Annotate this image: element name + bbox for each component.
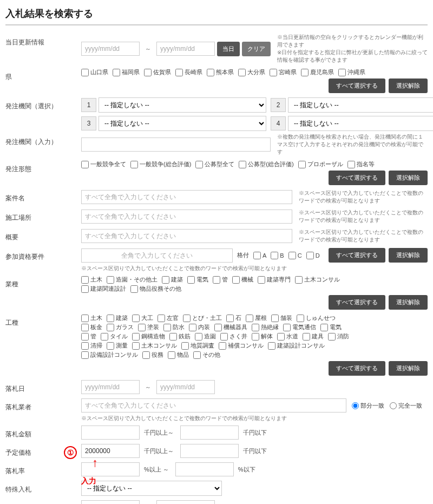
- award-date-to[interactable]: [156, 380, 215, 394]
- worktype-checkbox-14[interactable]: [214, 324, 222, 331]
- clear-button[interactable]: クリア: [242, 42, 271, 56]
- est-price-from[interactable]: [81, 444, 140, 458]
- bidtype-checkbox-1[interactable]: [130, 161, 138, 168]
- industry-checkbox-4[interactable]: [213, 276, 220, 284]
- inspect-date-from[interactable]: [81, 500, 140, 504]
- worktype-checkbox-13[interactable]: [189, 324, 196, 331]
- org-select-3[interactable]: -- 指定しない --: [99, 116, 266, 131]
- pref-checkbox-2[interactable]: [144, 69, 152, 76]
- worktype-checkbox-8[interactable]: [297, 315, 304, 322]
- award-rate-from[interactable]: [81, 462, 140, 476]
- qual-input[interactable]: [81, 248, 233, 263]
- worktype-checkbox-11[interactable]: [138, 324, 146, 331]
- org-select-4[interactable]: -- 指定しない --: [288, 116, 433, 131]
- worktype-checkbox-0[interactable]: [81, 315, 89, 322]
- summary-input[interactable]: [81, 229, 292, 243]
- deselect-button[interactable]: 選択解除: [389, 248, 428, 263]
- grade-checkbox-2[interactable]: [288, 252, 296, 259]
- worktype-checkbox-15[interactable]: [252, 324, 259, 331]
- worktype-checkbox-31[interactable]: [181, 342, 189, 350]
- worktype-checkbox-12[interactable]: [163, 324, 171, 331]
- worktype-checkbox-3[interactable]: [158, 315, 165, 322]
- industry-checkbox-9[interactable]: [130, 285, 138, 293]
- grade-checkbox-3[interactable]: [306, 252, 314, 259]
- bidtype-checkbox-3[interactable]: [239, 161, 246, 168]
- industry-checkbox-5[interactable]: [232, 276, 240, 284]
- worktype-checkbox-17[interactable]: [320, 324, 328, 331]
- industry-checkbox-0[interactable]: [81, 276, 89, 284]
- worktype-checkbox-18[interactable]: [81, 333, 89, 341]
- award-amount-from[interactable]: [81, 426, 140, 440]
- worktype-checkbox-6[interactable]: [246, 315, 253, 322]
- worktype-checkbox-21[interactable]: [169, 333, 177, 341]
- industry-checkbox-8[interactable]: [81, 285, 89, 293]
- worktype-checkbox-16[interactable]: [283, 324, 291, 331]
- worktype-checkbox-29[interactable]: [107, 342, 114, 350]
- date-to-input[interactable]: [156, 42, 215, 56]
- deselect-button[interactable]: 選択解除: [389, 78, 428, 93]
- industry-checkbox-6[interactable]: [258, 276, 265, 284]
- worktype-checkbox-24[interactable]: [252, 333, 259, 341]
- worktype-checkbox-10[interactable]: [107, 324, 114, 331]
- special-select[interactable]: -- 指定しない --: [81, 481, 222, 496]
- worktype-checkbox-35[interactable]: [142, 351, 150, 359]
- worktype-checkbox-30[interactable]: [132, 342, 140, 350]
- pref-checkbox-0[interactable]: [81, 69, 89, 76]
- org-select-2[interactable]: -- 指定しない --: [288, 97, 433, 113]
- worktype-checkbox-4[interactable]: [183, 315, 191, 322]
- deselect-button[interactable]: 選択解除: [389, 295, 428, 310]
- award-amount-to[interactable]: [180, 426, 239, 440]
- inspect-date-to[interactable]: [156, 500, 215, 504]
- bidtype-checkbox-5[interactable]: [347, 161, 355, 168]
- worktype-checkbox-32[interactable]: [219, 342, 226, 350]
- worktype-checkbox-19[interactable]: [101, 333, 108, 341]
- worktype-checkbox-26[interactable]: [303, 333, 310, 341]
- worktype-checkbox-33[interactable]: [268, 342, 275, 350]
- org-select-1[interactable]: -- 指定しない --: [99, 97, 266, 113]
- today-button[interactable]: 当日: [217, 42, 240, 56]
- award-date-from[interactable]: [81, 380, 140, 394]
- worktype-checkbox-22[interactable]: [195, 333, 202, 341]
- select-all-button[interactable]: すべて選択する: [329, 295, 385, 310]
- case-name-input[interactable]: [81, 190, 292, 204]
- grade-checkbox-1[interactable]: [271, 252, 278, 259]
- worktype-checkbox-34[interactable]: [81, 351, 89, 359]
- industry-checkbox-3[interactable]: [187, 276, 195, 284]
- worktype-checkbox-25[interactable]: [277, 333, 285, 341]
- pref-checkbox-5[interactable]: [238, 69, 246, 76]
- worktype-checkbox-20[interactable]: [132, 333, 140, 341]
- est-price-to[interactable]: [180, 444, 239, 458]
- location-input[interactable]: [81, 210, 292, 224]
- worktype-checkbox-1[interactable]: [107, 315, 114, 322]
- worktype-checkbox-2[interactable]: [132, 315, 140, 322]
- award-vendor-input[interactable]: [81, 398, 346, 413]
- worktype-checkbox-9[interactable]: [81, 324, 89, 331]
- date-from-input[interactable]: [81, 42, 140, 56]
- pref-checkbox-4[interactable]: [207, 69, 214, 76]
- pref-checkbox-7[interactable]: [301, 69, 309, 76]
- industry-checkbox-2[interactable]: [162, 276, 169, 284]
- vendor-partial-radio[interactable]: [352, 402, 359, 409]
- pref-checkbox-1[interactable]: [113, 69, 120, 76]
- bidtype-checkbox-4[interactable]: [298, 161, 306, 168]
- select-all-button[interactable]: すべて選択する: [329, 171, 385, 185]
- org-input[interactable]: [81, 138, 271, 152]
- bidtype-checkbox-0[interactable]: [81, 161, 89, 168]
- grade-checkbox-0[interactable]: [253, 252, 261, 259]
- worktype-checkbox-23[interactable]: [220, 333, 228, 341]
- deselect-button[interactable]: 選択解除: [389, 171, 428, 185]
- bidtype-checkbox-2[interactable]: [195, 161, 203, 168]
- pref-checkbox-8[interactable]: [338, 69, 346, 76]
- worktype-checkbox-28[interactable]: [81, 342, 89, 350]
- worktype-checkbox-5[interactable]: [226, 315, 234, 322]
- worktype-checkbox-37[interactable]: [193, 351, 201, 359]
- industry-checkbox-7[interactable]: [295, 276, 303, 284]
- industry-checkbox-1[interactable]: [107, 276, 114, 284]
- pref-checkbox-6[interactable]: [270, 69, 277, 76]
- worktype-checkbox-36[interactable]: [168, 351, 175, 359]
- vendor-exact-radio[interactable]: [390, 402, 397, 409]
- worktype-checkbox-27[interactable]: [328, 333, 336, 341]
- select-all-button[interactable]: すべて選択する: [329, 248, 385, 263]
- worktype-checkbox-7[interactable]: [271, 315, 279, 322]
- award-rate-to[interactable]: [175, 462, 234, 476]
